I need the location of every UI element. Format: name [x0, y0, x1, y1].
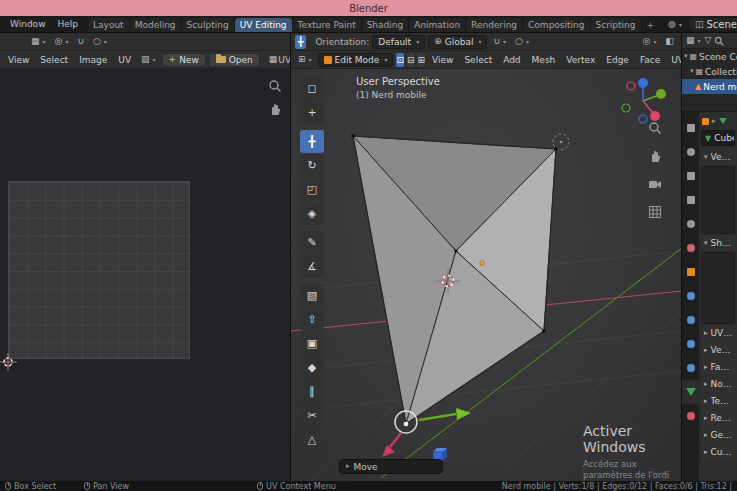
vp-menu-mesh[interactable]: Mesh: [528, 55, 560, 65]
vertex-select-button[interactable]: ⊡: [396, 53, 404, 67]
new-image-button[interactable]: +New: [162, 53, 206, 67]
tab-output-properties[interactable]: [682, 164, 699, 188]
panel-custom-properties[interactable]: ▸ Custom Properties: [701, 444, 737, 460]
navigation-gizmo[interactable]: [617, 71, 673, 127]
tab-modeling[interactable]: Modeling: [130, 18, 182, 32]
operator-panel[interactable]: ▸ Move: [339, 459, 443, 474]
xray-toggle[interactable]: ◧: [662, 35, 677, 49]
menu-help[interactable]: Help: [52, 19, 85, 29]
tool-select-box-button[interactable]: ◻: [300, 77, 324, 100]
tool-loop-cut-button[interactable]: ∥: [300, 380, 324, 403]
shape-keys-list[interactable]: [701, 252, 735, 324]
camera-view-icon[interactable]: [648, 177, 662, 191]
perspective-toggle-icon[interactable]: [648, 205, 662, 219]
tool-measure-button[interactable]: ∡: [300, 255, 324, 278]
expand-icon[interactable]: ▾: [690, 68, 694, 75]
active-tool-button[interactable]: ╋: [295, 35, 306, 49]
tab-scene-properties[interactable]: [682, 212, 699, 236]
tab-sculpting[interactable]: Sculpting: [182, 18, 235, 32]
uv-snap-toggle[interactable]: ∪: [74, 35, 87, 49]
snap-dropdown[interactable]: ∪: [490, 35, 509, 49]
scene-status-icon[interactable]: ◍: [665, 17, 685, 31]
tab-layout[interactable]: Layout: [88, 18, 130, 32]
move-gizmo[interactable]: [382, 408, 471, 461]
viewport-editor-type-dropdown[interactable]: ⊞: [295, 53, 315, 67]
outliner-item-collection[interactable]: ▾ ▦ Collection: [682, 64, 737, 79]
tool-scale-button[interactable]: ◰: [300, 178, 324, 201]
expand-icon[interactable]: ▾: [684, 53, 688, 60]
face-select-button[interactable]: ⊞: [417, 53, 425, 67]
scene-3d[interactable]: [291, 69, 681, 481]
tool-bevel-button[interactable]: ◆: [300, 356, 324, 379]
tool-move-button[interactable]: ╋: [300, 130, 324, 153]
panel-texture-space[interactable]: ▸ Texture Space: [701, 393, 737, 409]
vp-menu-vertex[interactable]: Vertex: [562, 55, 599, 65]
tool-extrude-button[interactable]: ⇧: [300, 308, 324, 331]
panel-shape-keys[interactable]: ▾ Shape Keys: [701, 235, 737, 251]
tab-object-properties[interactable]: [682, 260, 699, 284]
panel-face-maps[interactable]: ▸ Face Maps: [701, 359, 737, 375]
outliner-editor-type-dropdown[interactable]: ▦: [685, 34, 702, 48]
tab-animation[interactable]: Animation: [409, 18, 466, 32]
proportional-editing-dropdown[interactable]: ○: [512, 35, 532, 49]
panel-geometry-data[interactable]: ▸ Geometry Data: [701, 427, 737, 443]
zoom-icon[interactable]: [648, 121, 662, 135]
search-icon[interactable]: [714, 36, 724, 46]
tab-render-properties[interactable]: [682, 140, 699, 164]
add-workspace-button[interactable]: +: [642, 18, 660, 32]
uv-editor-type-dropdown[interactable]: ▦: [28, 35, 49, 49]
tab-object-data-properties[interactable]: [682, 380, 699, 404]
vp-menu-select[interactable]: Select: [460, 55, 496, 65]
tab-material-properties[interactable]: [682, 404, 699, 428]
uv-menu-image[interactable]: Image: [75, 55, 111, 65]
vp-menu-face[interactable]: Face: [636, 55, 664, 65]
uv-menu-uv[interactable]: UV: [114, 55, 135, 65]
uv-menu-view[interactable]: View: [4, 55, 33, 65]
uv-proportional-dropdown[interactable]: ○: [90, 35, 110, 49]
uv-menu-select[interactable]: Select: [36, 55, 72, 65]
tab-shading[interactable]: Shading: [362, 18, 410, 32]
tool-knife-button[interactable]: ✂: [300, 404, 324, 427]
edge-select-button[interactable]: ⊟: [407, 53, 415, 67]
vp-menu-view[interactable]: View: [428, 55, 457, 65]
tab-modifier-properties[interactable]: [682, 284, 699, 308]
tool-cursor-button[interactable]: +: [300, 101, 324, 124]
window-titlebar[interactable]: Blender: [0, 0, 737, 16]
uv-canvas[interactable]: [0, 69, 290, 481]
pan-hand-icon[interactable]: [648, 149, 662, 163]
tab-scripting[interactable]: Scripting: [591, 18, 642, 32]
tab-physics-properties[interactable]: [682, 332, 699, 356]
tab-view-layer-properties[interactable]: [682, 188, 699, 212]
zoom-icon[interactable]: [268, 79, 282, 93]
tool-annotate-button[interactable]: ✎: [300, 231, 324, 254]
tab-particle-properties[interactable]: [682, 308, 699, 332]
uv-2d-cursor[interactable]: [0, 352, 18, 372]
filter-icon[interactable]: ▽: [705, 36, 712, 45]
pan-hand-icon[interactable]: [268, 102, 282, 116]
mesh-object[interactable]: [352, 135, 558, 427]
vp-menu-uv[interactable]: UV: [667, 55, 681, 65]
vp-menu-add[interactable]: Add: [499, 55, 524, 65]
tab-compositing[interactable]: Compositing: [523, 18, 590, 32]
outliner-item-nerd-mobile[interactable]: ▲ Nerd mobile: [682, 79, 737, 94]
open-image-button[interactable]: Open: [209, 53, 260, 67]
uv-pivot-dropdown[interactable]: ◎: [52, 35, 72, 49]
image-browse-dropdown[interactable]: ▨: [138, 53, 159, 67]
panel-vertex-colors[interactable]: ▸ Vertex Colors: [701, 342, 737, 358]
tab-texture-paint[interactable]: Texture Paint: [293, 18, 362, 32]
uv-map-selector[interactable]: ▦UVMap: [266, 53, 290, 67]
mesh-data-id-field[interactable]: ▼ Cube: [701, 130, 735, 146]
tool-add-cube-button[interactable]: ▧: [300, 284, 324, 307]
outliner-item-scene-collection[interactable]: ▾ ▦ Scene Collection: [682, 49, 737, 64]
tool-rotate-button[interactable]: ↻: [300, 154, 324, 177]
panel-normals[interactable]: ▸ Normals: [701, 376, 737, 392]
tab-world-properties[interactable]: [682, 236, 699, 260]
tool-transform-button[interactable]: ◈: [300, 202, 324, 225]
tab-tool-properties[interactable]: [682, 116, 699, 140]
transform-orientation-dropdown[interactable]: ⊕Global: [428, 35, 487, 49]
panel-vertex-groups[interactable]: ▾ Vertex Groups: [701, 149, 737, 165]
mode-dropdown[interactable]: Edit Mode: [318, 53, 394, 67]
menu-window[interactable]: Window: [4, 19, 52, 29]
tool-poly-build-button[interactable]: △: [300, 428, 324, 451]
panel-uv-maps[interactable]: ▸ UV Maps: [701, 325, 737, 341]
